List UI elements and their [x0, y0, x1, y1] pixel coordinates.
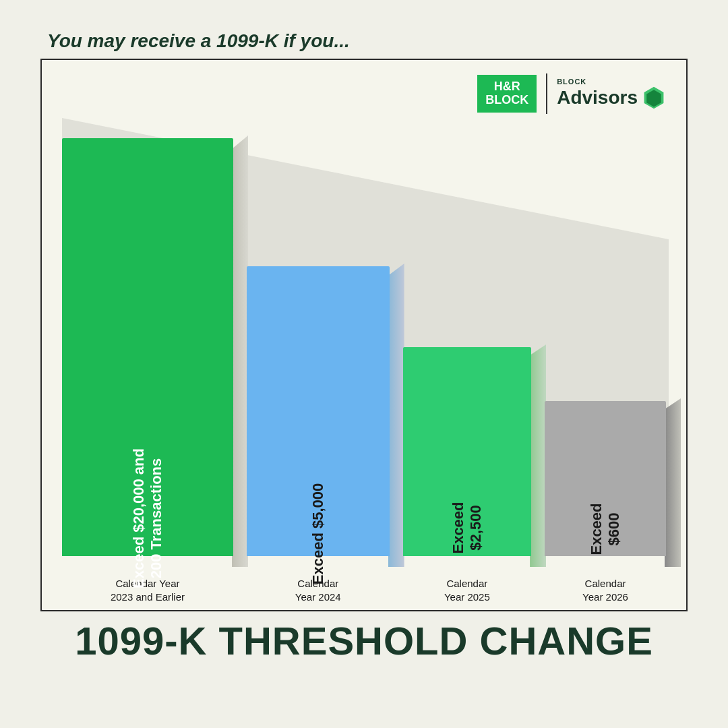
bar1-main: Exceed $20,000 and200 Transactions — [62, 138, 233, 556]
bar2-right-shadow — [388, 264, 404, 567]
bar1-label: Exceed $20,000 and200 Transactions — [130, 448, 165, 588]
bars-wrapper: Exceed $20,000 and200 Transactions Excee… — [62, 98, 666, 556]
bar-with-shadow-1: Exceed $20,000 and200 Transactions — [62, 138, 233, 556]
bar2-main: Exceed $5,000 — [247, 266, 390, 556]
bar4-label: Exceed$600 — [588, 503, 623, 555]
svg-marker-6 — [545, 390, 555, 401]
block-text: BLOCK — [557, 78, 586, 86]
bar3-right-shadow — [530, 344, 546, 567]
bar-group-2024: Exceed $5,000 — [247, 266, 390, 556]
svg-marker-4 — [247, 254, 259, 266]
bar4-main: Exceed$600 — [545, 401, 666, 556]
x-label-2026: CalendarYear 2026 — [545, 577, 666, 603]
bar-group-2025: Exceed$2,500 — [403, 347, 531, 556]
x-label-2025: CalendarYear 2025 — [403, 577, 531, 603]
bar-with-shadow-4: Exceed$600 — [545, 401, 666, 556]
bar-group-2023: Exceed $20,000 and200 Transactions — [62, 138, 233, 556]
svg-marker-5 — [403, 336, 414, 347]
bar-with-shadow-3: Exceed$2,500 — [403, 347, 531, 556]
outer-container: You may receive a 1099-K if you... H&RBL… — [27, 30, 701, 698]
bar1-right-shadow — [232, 135, 248, 567]
svg-marker-3 — [62, 125, 75, 138]
subtitle: You may receive a 1099-K if you... — [47, 30, 350, 52]
bar2-label: Exceed $5,000 — [309, 483, 327, 584]
bar-group-2026: Exceed$600 — [545, 401, 666, 556]
footer-title: 1099-K THRESHOLD CHANGE — [40, 618, 688, 663]
bar4-right-shadow — [665, 398, 681, 567]
bar-with-shadow-2: Exceed $5,000 — [247, 266, 390, 556]
bar3-main: Exceed$2,500 — [403, 347, 531, 556]
bar3-label: Exceed$2,500 — [450, 502, 485, 553]
chart-container: H&RBLOCK BLOCK Advisors — [40, 59, 688, 611]
